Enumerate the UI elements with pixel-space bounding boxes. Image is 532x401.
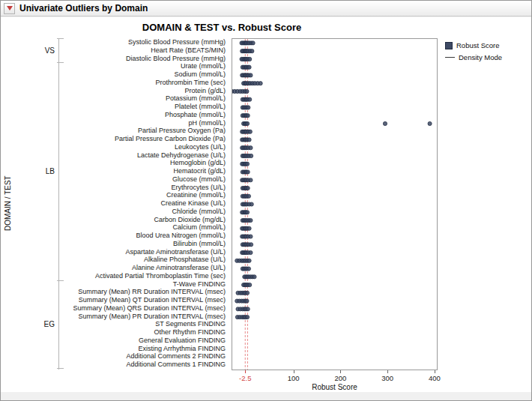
y-axis-label[interactable]: pH (mmol/L) (61, 119, 229, 127)
data-point[interactable] (247, 138, 251, 142)
data-point[interactable] (245, 89, 249, 93)
y-axis-label[interactable]: Lactate Dehydrogenase (U/L) (61, 151, 229, 160)
y-axis-label[interactable]: Creatine Kinase (U/L) (61, 199, 229, 208)
y-axis-label[interactable]: Partial Pressure Oxygen (Pa) (61, 127, 229, 135)
data-point[interactable] (245, 315, 249, 319)
data-point[interactable] (428, 121, 432, 125)
legend-item-robust-score[interactable]: Robust Score (445, 41, 502, 49)
y-axis-label[interactable]: Prothrombin Time (sec) (61, 79, 229, 87)
y-axis-label[interactable]: Glucose (mmol/L) (61, 175, 229, 184)
data-point[interactable] (246, 186, 250, 190)
x-tick-label: 300 (381, 374, 393, 382)
y-axis-label[interactable]: General Evaluation FINDING (61, 337, 229, 345)
y-axis-label[interactable]: Summary (Mean) QRS Duration INTERVAL (ms… (61, 304, 229, 313)
y-axis-label[interactable]: Urate (mmol/L) (61, 62, 229, 70)
data-point[interactable] (249, 250, 253, 254)
plot-area[interactable] (232, 38, 438, 370)
data-point[interactable] (251, 41, 255, 45)
y-axis-label[interactable]: ST Segments FINDING (61, 320, 229, 328)
y-axis-label[interactable]: Hematocrit (g/dL) (61, 167, 229, 175)
data-point[interactable] (259, 82, 262, 85)
y-axis-label[interactable]: Partial Pressure Carbon Dioxide (Pa) (61, 135, 229, 143)
y-axis-label[interactable]: Systolic Blood Pressure (mmHg) (61, 38, 229, 46)
y-axis-label[interactable]: Hemoglobin (g/dL) (61, 159, 229, 167)
disclosure-button[interactable] (4, 3, 15, 14)
data-point[interactable] (249, 73, 253, 77)
outline-header: Univariate Outliers by Domain (1, 1, 531, 16)
data-point[interactable] (245, 211, 249, 214)
data-point[interactable] (253, 275, 256, 279)
data-point[interactable] (247, 259, 251, 262)
y-axis-label[interactable]: Platelet (mmol/L) (61, 103, 229, 111)
data-point[interactable] (248, 97, 252, 101)
domain-label[interactable]: EG (37, 280, 55, 369)
plot-svg (232, 39, 437, 370)
y-axis-label[interactable]: Carbon Dioxide (mg/dL) (61, 216, 229, 224)
y-axis-label[interactable]: Blood Urea Nitrogen (mmol/L) (61, 232, 229, 240)
red-triangle-icon (7, 6, 13, 10)
y-axis-label[interactable]: Summary (Mean) RR Duration INTERVAL (mse… (61, 288, 229, 296)
data-point[interactable] (249, 178, 253, 182)
x-tick-label: 200 (334, 374, 346, 382)
y-axis-label[interactable]: Creatinine (mmol/L) (61, 191, 229, 199)
domain-label[interactable]: VS (37, 38, 55, 62)
y-axis-label[interactable]: Phosphate (mmol/L) (61, 111, 229, 119)
data-point[interactable] (248, 57, 252, 61)
x-axis-label: Robust Score (232, 383, 437, 391)
domain-label[interactable]: LB (37, 62, 55, 280)
chart-panel: DOMAIN & TEST vs. Robust Score DOMAIN / … (1, 17, 531, 392)
data-point[interactable] (246, 307, 250, 311)
y-axis-label[interactable]: Leukocytes (U/L) (61, 143, 229, 151)
x-tick (387, 370, 388, 373)
x-tick (245, 370, 246, 373)
data-point[interactable] (250, 243, 253, 247)
y-axis-label[interactable]: Activated Partial Thromboplastin Time (s… (61, 272, 229, 280)
data-point[interactable] (245, 162, 249, 166)
data-point[interactable] (250, 154, 253, 157)
data-point[interactable] (248, 283, 252, 286)
data-point[interactable] (250, 49, 254, 53)
y-axis-label[interactable]: Aspartate Aminotransferase (U/L) (61, 248, 229, 256)
y-axis-label[interactable]: Bilirubin (mmol/L) (61, 240, 229, 248)
x-tick (340, 370, 341, 373)
data-point[interactable] (247, 267, 250, 271)
y-axis-label[interactable]: Alkaline Phosphatase (U/L) (61, 256, 229, 264)
legend-swatch-robust-score (445, 42, 453, 49)
data-point[interactable] (247, 65, 251, 69)
data-point[interactable] (383, 121, 387, 125)
data-point[interactable] (250, 202, 253, 206)
data-point[interactable] (249, 218, 253, 222)
y-axis-label[interactable]: Protein (g/dL) (61, 87, 229, 95)
y-axis-label[interactable]: Additional Comments 1 FINDING (61, 361, 229, 369)
y-axis-label[interactable]: Chloride (mmol/L) (61, 208, 229, 216)
y-axis-label[interactable]: Diastolic Blood Pressure (mmHg) (61, 55, 229, 63)
data-point[interactable] (247, 194, 250, 198)
data-point[interactable] (249, 146, 253, 150)
data-point[interactable] (245, 299, 249, 303)
data-point[interactable] (245, 291, 249, 295)
y-axis-label[interactable]: Existing Arrhythmia FINDING (61, 345, 229, 353)
data-point[interactable] (246, 170, 250, 174)
y-axis-label[interactable]: Potassium (mmol/L) (61, 94, 229, 103)
report-window: Univariate Outliers by Domain DOMAIN & T… (0, 0, 532, 401)
data-point[interactable] (246, 114, 250, 118)
data-point[interactable] (247, 226, 251, 230)
legend-swatch-density-mode (445, 57, 455, 58)
data-point[interactable] (249, 235, 253, 238)
x-tick-label: 400 (429, 374, 441, 382)
y-axis-label[interactable]: Summary (Mean) PR Duration INTERVAL (mse… (61, 313, 229, 321)
data-point[interactable] (247, 106, 250, 109)
legend-item-density-mode[interactable]: Density Mode (445, 53, 502, 61)
y-axis-label[interactable]: Calcium (mmol/L) (61, 223, 229, 232)
y-axis-label[interactable]: Additional Comments 2 FINDING (61, 352, 229, 361)
data-point[interactable] (248, 130, 252, 133)
y-axis-label[interactable]: Erythrocytes (U/L) (61, 184, 229, 192)
y-axis-label[interactable]: Other Rhythm FINDING (61, 328, 229, 337)
y-axis-label[interactable]: Heart Rate (BEATS/MIN) (61, 46, 229, 55)
y-axis-label[interactable]: Sodium (mmol/L) (61, 70, 229, 79)
data-point[interactable] (245, 121, 249, 125)
y-axis-label[interactable]: T-Wave FINDING (61, 280, 229, 289)
y-axis-label[interactable]: Summary (Mean) QT Duration INTERVAL (mse… (61, 296, 229, 304)
y-axis-label[interactable]: Alanine Aminotransferase (U/L) (61, 264, 229, 272)
x-axis: -2.5100200300400 (232, 370, 437, 384)
